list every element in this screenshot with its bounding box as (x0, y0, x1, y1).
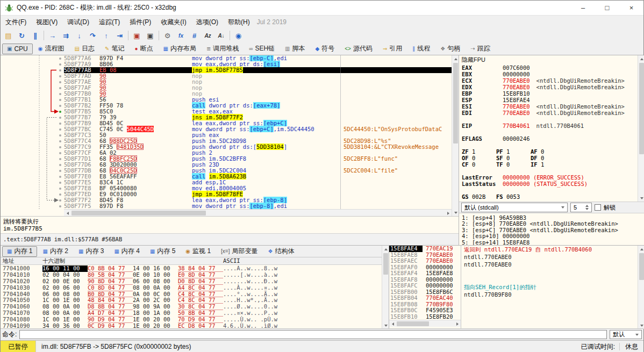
settings-icon[interactable]: ⚙ (161, 30, 174, 41)
dump-row[interactable]: 7704101002 00 04 0080 5B 04 770E 00 10 0… (1, 272, 382, 278)
view-tab-7[interactable]: ∞SEH链 (244, 44, 280, 54)
stack-row[interactable]: 15E8FB04770EAC40 (389, 295, 461, 301)
breakpoint-dot-icon[interactable] (1, 126, 64, 132)
breakpoint-dot-icon[interactable] (1, 120, 64, 126)
menu-item-1[interactable]: 视图(V) (31, 16, 62, 28)
help-icon[interactable]: ◉ (232, 30, 245, 41)
cpu-window-icon[interactable]: ▣ (144, 30, 157, 41)
breakpoint-dot-icon[interactable] (1, 73, 64, 79)
strings-icon[interactable]: Az (201, 30, 214, 41)
breakpoint-dot-icon[interactable] (1, 132, 64, 138)
unlock-checkbox[interactable] (595, 204, 601, 211)
breakpoint-dot-icon[interactable] (1, 138, 64, 144)
run-to-cursor-icon[interactable]: ⇥ (113, 30, 126, 41)
argument-count-stepper[interactable]: 5 (570, 203, 592, 212)
register-line[interactable]: ESP15E8FAE4 (462, 97, 636, 103)
stack-scrollbar-vertical[interactable] (638, 246, 644, 329)
disasm-row[interactable]: 5D8F77F5897D F8mov dword ptr ss:[ebp-8],… (1, 203, 452, 209)
restart-icon[interactable]: ↻ (15, 30, 28, 41)
view-tab-5[interactable]: ▦内存布局 (158, 44, 201, 54)
trace-record-icon[interactable]: ▣ (130, 30, 144, 41)
dump-tab-5[interactable]: ◉监视 1 (181, 246, 216, 257)
register-line[interactable]: EAX007C6000 (462, 64, 636, 71)
view-tab-11[interactable]: ⇒引用 (378, 44, 407, 54)
breakpoint-dot-icon[interactable] (1, 114, 64, 120)
register-line[interactable]: EDI770EABE0<ntdll.DbgUiRemoteBreakin> (462, 110, 636, 116)
breakpoint-dot-icon[interactable] (1, 174, 64, 179)
register-line[interactable]: GS 002BFS 0053 (462, 193, 636, 200)
breakpoint-dot-icon[interactable] (1, 61, 64, 67)
dump-tab-6[interactable]: [x=]局部变量 (216, 246, 262, 257)
calculator-icon[interactable]: fx (174, 30, 188, 41)
stack-row[interactable]: 15E8FB0CF45905E3 (389, 307, 461, 314)
view-tab-2[interactable]: ▤日志 (70, 44, 99, 54)
view-tab-13[interactable]: ❖句柄 (435, 44, 465, 54)
minimize-button[interactable]: – (571, 1, 595, 15)
view-tab-1[interactable]: ◉流程图 (33, 44, 69, 54)
maximize-button[interactable]: □ (595, 1, 619, 15)
breakpoint-dot-icon[interactable] (1, 109, 64, 114)
view-tab-3[interactable]: ✎笔记 (100, 44, 129, 54)
step-into-icon[interactable]: ↓ (73, 30, 86, 41)
breakpoint-dot-icon[interactable] (1, 191, 64, 197)
register-line[interactable]: ECX770EABE0<ntdll.DbgUiRemoteBreakin> (462, 77, 636, 84)
log-hash-icon[interactable]: # (188, 30, 201, 41)
pause-icon[interactable]: ∥ (28, 30, 42, 41)
dump-row[interactable]: 7704102002 00 0E 0090 8D 04 7706 00 08 0… (1, 278, 382, 285)
breakpoint-dot-icon[interactable] (1, 79, 64, 85)
register-line[interactable]: OF 0SF 0DF 0 (462, 155, 636, 161)
dump-row[interactable]: 7704103002 00 06 00C0 8D 04 7708 00 0A 0… (1, 285, 382, 291)
stack-row[interactable]: 15E8FAEC770EABE0 (389, 258, 461, 264)
dump-tab-1[interactable]: ▦内存 2 (38, 246, 73, 257)
breakpoint-dot-icon[interactable] (1, 144, 64, 150)
breakpoint-dot-icon[interactable] (1, 168, 64, 174)
menu-item-5[interactable]: 收藏夹(I) (156, 16, 191, 28)
menu-item-3[interactable]: 追踪(T) (94, 16, 125, 28)
sort-icon[interactable]: A↓ (214, 30, 228, 41)
view-tab-10[interactable]: <>源代码 (340, 44, 377, 54)
register-line[interactable]: ZF 1PF 1AF 0 (462, 148, 636, 155)
breakpoint-dot-icon[interactable] (1, 55, 64, 61)
register-line[interactable]: EBX00000000 (462, 71, 636, 77)
dump-tab-0[interactable]: ▦内存 1 (2, 246, 37, 257)
hide-fpu-button[interactable]: 隐藏FPU (459, 55, 644, 64)
dump-tab-4[interactable]: ▦内存 5 (145, 246, 180, 257)
breakpoint-dot-icon[interactable] (1, 67, 64, 73)
breakpoint-dot-icon[interactable] (1, 185, 64, 191)
breakpoint-dot-icon[interactable] (1, 203, 64, 209)
register-line[interactable]: LastStatus00000000 (STATUS_SUCCESS) (462, 181, 636, 187)
step-out-icon[interactable]: ↑ (99, 30, 113, 41)
menu-item-6[interactable]: 选项(O) (191, 16, 223, 28)
dump-scrollbar-vertical[interactable] (382, 246, 389, 329)
breakpoint-dot-icon[interactable] (1, 97, 64, 103)
dump-tab-2[interactable]: ▦内存 3 (74, 246, 109, 257)
run-ticked-icon[interactable]: ⇉ (59, 30, 73, 41)
view-tab-4[interactable]: ●断点 (130, 44, 158, 54)
register-line[interactable]: LastError00000000 (ERROR_SUCCESS) (462, 174, 636, 181)
register-line[interactable]: EFLAGS00000246 (462, 135, 636, 142)
register-line[interactable]: EIP770B4061ntdll.770B4061 (462, 123, 636, 129)
breakpoint-dot-icon[interactable] (1, 156, 64, 162)
disassembly-scrollbar-vertical[interactable] (452, 55, 459, 216)
menu-item-0[interactable]: 文件(F) (1, 16, 31, 28)
open-file-icon[interactable]: ▤ (2, 30, 15, 41)
stack-row[interactable]: 15E8FAFC00000000 (389, 283, 461, 289)
disassembly-scrollbar-horizontal[interactable] (64, 209, 452, 216)
step-over-icon[interactable]: ↷ (86, 30, 99, 41)
menu-item-2[interactable]: 调试(D) (62, 16, 94, 28)
breakpoint-dot-icon[interactable] (1, 91, 64, 97)
dump-tab-7[interactable]: ❖结构体 (263, 246, 299, 257)
register-line[interactable]: EBP15E8FB10 (462, 90, 636, 97)
view-tab-9[interactable]: ◆符号 (311, 44, 340, 54)
view-tab-8[interactable]: ▥脚本 (280, 44, 310, 54)
register-scrollbar-vertical[interactable] (638, 55, 644, 202)
view-tab-6[interactable]: ≣调用堆栈 (202, 44, 244, 54)
stack-row[interactable]: 15E8FAE4770EAC19 (389, 246, 461, 252)
command-profile-select[interactable]: 默认 (610, 330, 642, 339)
menu-item-7[interactable]: 帮助(H) (223, 16, 255, 28)
register-line[interactable]: ESI770EABE0<ntdll.DbgUiRemoteBreakin> (462, 103, 636, 110)
calling-convention-select[interactable]: 默认 (stdcall) (461, 203, 568, 212)
view-tab-0[interactable]: ▣CPU (2, 44, 33, 54)
view-tab-12[interactable]: ∥线程 (407, 44, 435, 54)
dump-tab-3[interactable]: ▦内存 4 (109, 246, 144, 257)
